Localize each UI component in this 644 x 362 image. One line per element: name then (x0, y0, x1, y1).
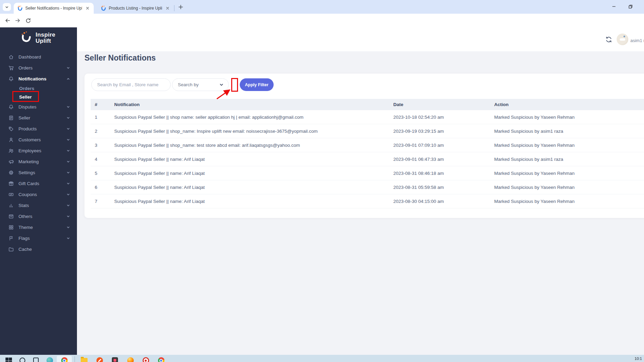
reload-button[interactable] (24, 16, 32, 25)
dev-app-icon[interactable] (111, 357, 119, 362)
sidebar-item-notifications[interactable]: Notifications (0, 73, 77, 84)
sidebar-item-others[interactable]: Others (0, 211, 77, 222)
sidebar-nav: DashboardOrdersNotificationsOrdersSeller… (0, 51, 77, 255)
sidebar-item-marketing[interactable]: Marketing (0, 156, 77, 167)
tab-separator (174, 5, 174, 11)
main-area: asim1 ra Seller Notifications Search by … (77, 27, 644, 355)
user-name: asim1 ra (630, 38, 644, 43)
tab-close-icon[interactable] (165, 5, 170, 11)
sidebar-subitem-orders[interactable]: Orders (0, 84, 77, 93)
archive-icon (8, 214, 14, 219)
back-button[interactable] (3, 16, 12, 25)
clipboard-icon (8, 115, 14, 121)
notifications-card: Search by Apply Filter # Notification Da… (84, 74, 644, 218)
sidebar-item-stats[interactable]: Stats (0, 200, 77, 211)
firefox-icon[interactable] (127, 357, 134, 362)
apply-filter-button[interactable]: Apply Filter (240, 78, 274, 91)
chevron-down-icon (66, 105, 70, 109)
gear-icon (8, 170, 14, 176)
window-minimize-button[interactable] (606, 0, 622, 13)
refresh-button[interactable] (605, 36, 612, 43)
row-notification: Suspicious Paypal Seller || name: Arif L… (114, 185, 393, 190)
sidebar-item-disputes[interactable]: Disputes (0, 101, 77, 112)
sidebar-item-products[interactable]: Products (0, 123, 77, 134)
sidebar-item-dashboard[interactable]: Dashboard (0, 51, 77, 62)
table-row: 4Suspicious Paypal Seller || name: Arif … (91, 152, 644, 166)
restore-icon (628, 4, 633, 9)
row-number: 7 (95, 199, 114, 204)
app-top-bar: asim1 ra (77, 27, 644, 51)
tab-search-button[interactable] (3, 3, 11, 11)
bell-icon (8, 76, 14, 82)
sidebar-item-label: Theme (18, 225, 33, 230)
taskbar-divider (75, 356, 75, 362)
taskbar-clock: 10:1 (635, 357, 642, 361)
sidebar-item-customers[interactable]: Customers (0, 134, 77, 145)
megaphone-icon (8, 159, 14, 165)
row-date: 2023-10-18 02:54:20 am (393, 115, 494, 120)
chrome-2-icon[interactable] (157, 357, 165, 362)
task-view-icon[interactable] (32, 357, 40, 362)
inspire-uplift-logo-icon (20, 31, 34, 45)
row-date: 2023-09-01 06:47:33 am (393, 157, 494, 162)
sidebar-item-label: Seller (19, 94, 32, 100)
sidebar-item-label: Stats (18, 203, 29, 208)
gift-icon (8, 181, 14, 186)
table-body: 1Suspicious Paypal Seller || shop name: … (91, 110, 644, 208)
chevron-down-icon (66, 149, 70, 153)
chevron-down-icon (66, 236, 70, 240)
table-row: 7Suspicious Paypal Seller || name: Arif … (91, 194, 644, 208)
app-logo: Inspire Uplift (20, 31, 55, 45)
sidebar-item-gift-cards[interactable]: Gift Cards (0, 178, 77, 189)
inspire-uplift-favicon-icon (17, 5, 23, 11)
sidebar-item-seller[interactable]: Seller (0, 112, 77, 123)
sidebar-item-cache[interactable]: Cache (0, 244, 77, 255)
chevron-down-icon (5, 5, 9, 9)
row-action: Marked Suspicious by Yaseen Rehman (494, 143, 644, 148)
new-tab-button[interactable] (178, 4, 184, 10)
header-num: # (95, 102, 114, 107)
row-notification: Suspicious Paypal Seller || shop_name: t… (114, 143, 393, 148)
screen-recorder-icon[interactable] (142, 357, 149, 362)
inspire-uplift-favicon-icon (101, 5, 106, 11)
chevron-down-icon (66, 193, 70, 196)
stats-icon (8, 203, 14, 208)
people-icon (8, 148, 14, 154)
sidebar-item-label: Products (18, 126, 37, 131)
search-by-select[interactable]: Search by (172, 78, 229, 91)
chevron-down-icon (66, 160, 70, 164)
window-restore-button[interactable] (622, 0, 638, 13)
browser-tab-inactive[interactable]: Products Listing - Inspire Uplift (97, 3, 174, 14)
forward-icon (15, 17, 21, 24)
sidebar-item-label: Gift Cards (18, 181, 39, 186)
chevron-down-icon (66, 182, 70, 185)
user-avatar[interactable] (617, 34, 628, 45)
table-row: 5Suspicious Paypal Seller || name: Arif … (91, 166, 644, 180)
sidebar-item-employees[interactable]: Employees (0, 145, 77, 156)
row-number: 2 (95, 129, 114, 134)
search-icon[interactable] (18, 357, 26, 362)
chevron-down-icon (66, 138, 70, 142)
sidebar-item-coupons[interactable]: Coupons (0, 189, 77, 200)
windows-start-icon[interactable] (5, 357, 12, 362)
search-by-label: Search by (178, 82, 219, 87)
person-icon (8, 137, 14, 143)
sidebar-item-settings[interactable]: Settings (0, 167, 77, 178)
sidebar-subitem-seller[interactable]: Seller (0, 93, 77, 101)
tab-close-icon[interactable] (85, 5, 90, 11)
teams-chat-icon[interactable] (46, 357, 53, 362)
chevron-down-icon (66, 66, 70, 70)
row-number: 4 (95, 157, 114, 162)
chrome-icon[interactable] (61, 357, 68, 362)
photos-app-icon[interactable] (96, 357, 103, 362)
sidebar-item-theme[interactable]: Theme (0, 222, 77, 233)
row-action: Marked Suspicious by Yaseen Rehman (494, 199, 644, 204)
home-icon (8, 54, 14, 60)
forward-button[interactable] (14, 16, 22, 25)
file-explorer-icon[interactable] (80, 357, 88, 362)
search-input[interactable] (91, 78, 171, 91)
browser-tab-active[interactable]: Seller Notifications - Inspire Upl (14, 3, 94, 14)
sidebar-item-label: Dashboard (18, 54, 41, 60)
sidebar-item-orders[interactable]: Orders (0, 62, 77, 73)
sidebar-item-flags[interactable]: Flags (0, 233, 77, 244)
